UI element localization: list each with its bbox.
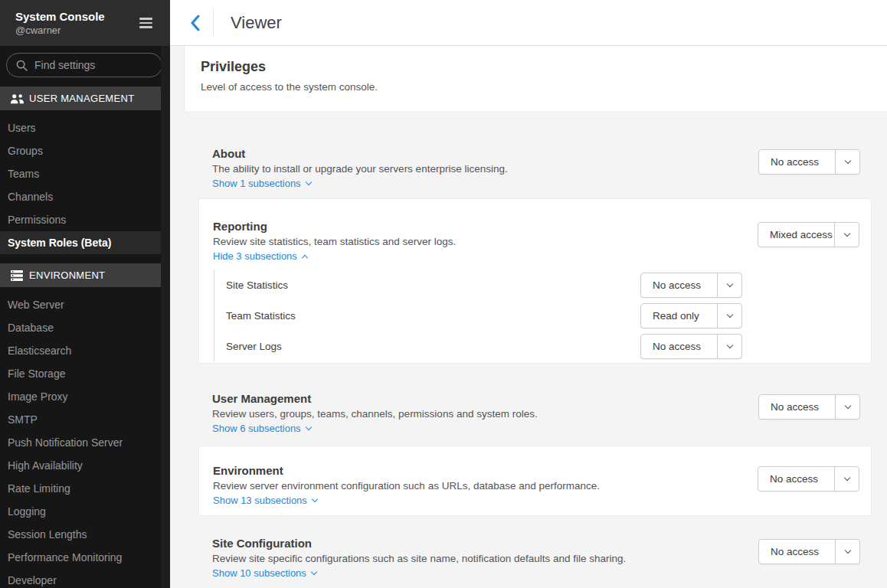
permission-row-side: No access xyxy=(758,394,860,420)
subsection-label: Team Statistics xyxy=(226,310,296,322)
caret-icon xyxy=(305,424,311,430)
privileges-subtitle: Level of access to the system console. xyxy=(201,81,887,93)
sidebar-item-users[interactable]: Users xyxy=(0,116,170,139)
sidebar-item-file-storage[interactable]: File Storage xyxy=(0,362,170,385)
sidebar-item-system-roles-beta[interactable]: System Roles (Beta) xyxy=(0,231,170,254)
sidebar-item-permissions[interactable]: Permissions xyxy=(0,208,170,231)
access-dropdown-value: No access xyxy=(759,540,835,564)
app: System Console @cwarner USER MANAGEMENT xyxy=(0,0,887,588)
content-pane[interactable]: Privileges Level of access to the system… xyxy=(170,46,887,588)
search-input[interactable] xyxy=(34,59,149,71)
chevron-down-icon[interactable] xyxy=(834,467,859,491)
header-divider xyxy=(213,8,214,38)
permission-row-main: User Management Review users, groups, te… xyxy=(212,391,743,436)
access-dropdown-value: No access xyxy=(641,335,717,358)
permission-row-main: Site Configuration Review site specific … xyxy=(212,536,743,580)
main-header: Viewer xyxy=(170,0,887,46)
caret-icon xyxy=(305,179,311,185)
page-title: Viewer xyxy=(231,13,282,33)
permission-rows: About The ability to install or upgrade … xyxy=(170,111,887,588)
chevron-down-icon[interactable] xyxy=(834,223,859,247)
permission-section-title: Environment xyxy=(213,463,742,479)
access-dropdown-value: No access xyxy=(759,150,835,174)
access-dropdown-site-statistics[interactable]: No access xyxy=(640,273,742,298)
sidebar-item-teams[interactable]: Teams xyxy=(0,162,170,185)
sidebar-item-rate-limiting[interactable]: Rate Limiting xyxy=(0,477,170,500)
sidebar-item-logging[interactable]: Logging xyxy=(0,500,170,523)
sidebar-items: Web Server Database Elasticsearch File S… xyxy=(0,287,170,588)
current-user: @cwarner xyxy=(15,24,139,37)
subsection-server-logs: Server Logs No access xyxy=(214,331,742,361)
access-dropdown-user-management[interactable]: No access xyxy=(758,394,860,420)
server-icon xyxy=(9,270,25,281)
toggle-subsections-link[interactable]: Hide 3 subsections xyxy=(213,250,307,263)
chevron-down-icon[interactable] xyxy=(835,540,859,564)
privileges-intro: Privileges Level of access to the system… xyxy=(184,46,887,111)
permission-section-title: User Management xyxy=(212,391,743,407)
permission-row-main: Environment Review server environment co… xyxy=(213,463,742,508)
sidebar-item-session-lengths[interactable]: Session Lengths xyxy=(0,523,170,546)
permission-section-title: Reporting xyxy=(213,219,742,234)
back-button[interactable] xyxy=(181,8,208,38)
access-dropdown-site-configuration[interactable]: No access xyxy=(758,539,860,564)
sidebar-group-user-management[interactable]: USER MANAGEMENT xyxy=(0,87,170,110)
access-dropdown-team-statistics[interactable]: Read only xyxy=(640,303,742,328)
permission-row-side: No access xyxy=(758,466,859,492)
toggle-subsections-link[interactable]: Show 1 subsections xyxy=(212,177,311,191)
sidebar-item-elasticsearch[interactable]: Elasticsearch xyxy=(0,339,170,362)
users-icon xyxy=(9,93,25,104)
toggle-subsections-link[interactable]: Show 6 subsections xyxy=(212,422,311,436)
permission-section-description: Review users, groups, teams, channels, p… xyxy=(212,407,743,421)
sidebar-item-channels[interactable]: Channels xyxy=(0,185,170,208)
sidebar-item-developer[interactable]: Developer xyxy=(0,569,170,588)
sidebar-item-database[interactable]: Database xyxy=(0,316,170,339)
search-icon xyxy=(16,60,28,71)
sidebar-header: System Console @cwarner xyxy=(0,0,170,46)
permission-section-title: Site Configuration xyxy=(212,536,743,551)
permission-section-description: Review site statistics, team statistics … xyxy=(213,234,742,249)
sidebar-item-image-proxy[interactable]: Image Proxy xyxy=(0,385,170,408)
chevron-down-icon[interactable] xyxy=(835,395,859,419)
sidebar-group-environment[interactable]: ENVIRONMENT xyxy=(0,263,170,287)
sidebar-group-label: ENVIRONMENT xyxy=(29,270,105,281)
permission-section-title: About xyxy=(212,146,743,162)
permission-row-side: No access xyxy=(758,149,860,175)
permission-row-main: About The ability to install or upgrade … xyxy=(212,146,743,191)
permission-section-environment: Environment Review server environment co… xyxy=(198,446,872,516)
sidebar-item-high-availability[interactable]: High Availability xyxy=(0,454,170,477)
chevron-left-icon xyxy=(190,15,200,31)
sidebar-item-web-server[interactable]: Web Server xyxy=(0,293,170,316)
access-dropdown-environment[interactable]: No access xyxy=(758,466,859,492)
permission-row-main: Reporting Review site statistics, team s… xyxy=(213,219,742,361)
sidebar-item-smtp[interactable]: SMTP xyxy=(0,408,170,431)
permission-row-side: Mixed access xyxy=(758,222,859,247)
caret-icon xyxy=(302,255,308,261)
search-box[interactable] xyxy=(6,53,162,77)
sidebar-group-label: USER MANAGEMENT xyxy=(29,93,134,104)
access-dropdown-value: Read only xyxy=(641,304,717,328)
chevron-down-icon[interactable] xyxy=(717,335,741,358)
sidebar-item-push-notification-server[interactable]: Push Notification Server xyxy=(0,431,170,454)
hamburger-icon[interactable] xyxy=(139,14,158,32)
toggle-subsections-link[interactable]: Show 13 subsections xyxy=(213,494,317,508)
caret-icon xyxy=(311,569,317,575)
access-dropdown-reporting[interactable]: Mixed access xyxy=(758,222,859,247)
app-title: System Console xyxy=(15,9,139,24)
toggle-subsections-link[interactable]: Show 10 subsections xyxy=(212,567,316,580)
subsections: Site Statistics No access Team Statistic… xyxy=(214,270,742,361)
chevron-down-icon[interactable] xyxy=(717,304,741,328)
sidebar-scrollbar[interactable] xyxy=(161,46,170,588)
chevron-down-icon[interactable] xyxy=(835,150,859,174)
chevron-down-icon[interactable] xyxy=(717,273,741,297)
privileges-title: Privileges xyxy=(201,59,887,75)
sidebar-item-groups[interactable]: Groups xyxy=(0,139,170,162)
sidebar-item-performance-monitoring[interactable]: Performance Monitoring xyxy=(0,546,170,569)
sidebar: System Console @cwarner USER MANAGEMENT xyxy=(0,0,170,588)
access-dropdown-server-logs[interactable]: No access xyxy=(640,334,742,359)
access-dropdown-about[interactable]: No access xyxy=(758,149,860,175)
permission-row-side: No access xyxy=(758,539,860,564)
subsection-label: Site Statistics xyxy=(226,279,288,291)
permission-section-user-management: User Management Review users, groups, te… xyxy=(170,364,887,446)
permission-section-description: Review site specific configurations such… xyxy=(212,551,743,566)
access-dropdown-value: Mixed access xyxy=(758,223,834,247)
